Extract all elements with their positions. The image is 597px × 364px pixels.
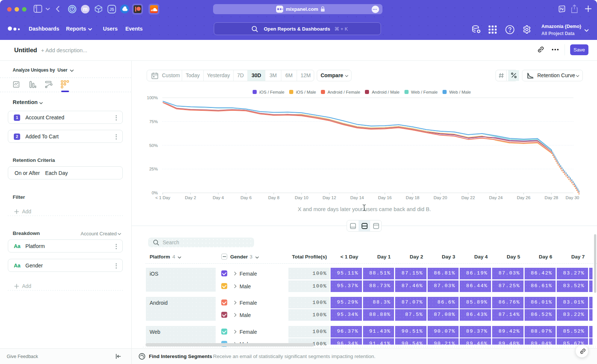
svg-text:Day 10: Day 10	[295, 195, 308, 200]
svg-text:Day 24: Day 24	[489, 195, 503, 200]
svg-text:Day 14: Day 14	[350, 195, 364, 200]
svg-text:50%: 50%	[149, 143, 158, 148]
svg-text:0%: 0%	[151, 191, 158, 195]
svg-text:JS: JS	[109, 7, 114, 12]
svg-text:Day 22: Day 22	[461, 195, 475, 200]
svg-text:Day 12: Day 12	[322, 195, 336, 200]
svg-text:25%: 25%	[149, 167, 158, 171]
svg-text:Day 18: Day 18	[406, 195, 419, 200]
svg-text:< 1 Day: < 1 Day	[155, 195, 170, 200]
svg-text:Day 28: Day 28	[545, 195, 558, 200]
svg-text:Day 4: Day 4	[213, 195, 224, 200]
svg-text:Day 20: Day 20	[434, 195, 447, 200]
svg-text:Day 16: Day 16	[378, 195, 391, 200]
svg-text:Day 2: Day 2	[185, 195, 196, 200]
svg-text:100%: 100%	[147, 95, 158, 100]
svg-text:Day 6: Day 6	[240, 195, 251, 200]
svg-text:Day 26: Day 26	[517, 195, 530, 200]
svg-text:75%: 75%	[149, 119, 158, 124]
svg-text:Day 8: Day 8	[268, 195, 279, 200]
svg-text:Day 30: Day 30	[566, 195, 579, 200]
